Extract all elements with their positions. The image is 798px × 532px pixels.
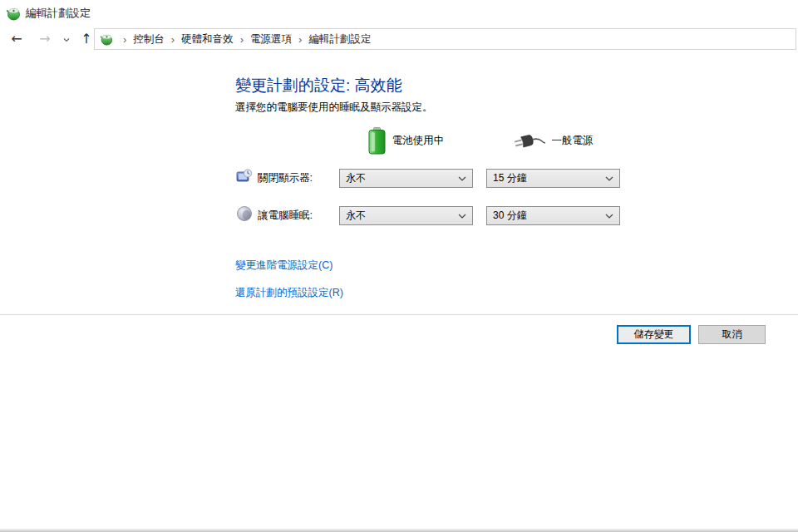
column-header-on-battery: 電池使用中 bbox=[339, 124, 473, 157]
breadcrumb-separator-icon: › bbox=[292, 33, 308, 46]
footer-divider bbox=[0, 314, 798, 315]
recent-pages-chevron-icon[interactable] bbox=[60, 33, 73, 47]
breadcrumb-item-power-options[interactable]: 電源選項 bbox=[250, 32, 292, 47]
sleep-on-battery-select[interactable]: 永不 bbox=[339, 206, 473, 225]
chevron-down-icon bbox=[458, 176, 466, 181]
selected-value: 永不 bbox=[346, 209, 366, 223]
navigation-bar: ← → ↑ › 控制台 › 硬體和音效 › 電源選項 › 編輯計劃設定 bbox=[0, 27, 798, 52]
cancel-button[interactable]: 取消 bbox=[698, 325, 766, 344]
display-on-battery-select[interactable]: 永不 bbox=[339, 169, 473, 188]
chevron-down-icon bbox=[458, 214, 466, 219]
power-plan-icon[interactable] bbox=[100, 32, 113, 46]
selected-value: 30 分鐘 bbox=[493, 209, 527, 223]
breadcrumb-item-edit-plan-settings[interactable]: 編輯計劃設定 bbox=[308, 32, 371, 47]
power-plug-icon bbox=[514, 131, 545, 150]
turn-off-display-label: 關閉顯示器: bbox=[258, 169, 313, 188]
column-header-label: 一般電源 bbox=[552, 134, 594, 148]
breadcrumb-item-control-panel[interactable]: 控制台 bbox=[133, 32, 165, 47]
breadcrumb-separator-icon: › bbox=[116, 33, 133, 46]
breadcrumb-separator-icon: › bbox=[234, 33, 250, 46]
change-advanced-power-settings-link[interactable]: 變更進階電源設定(C) bbox=[235, 259, 332, 273]
column-header-plugged-in: 一般電源 bbox=[486, 124, 620, 157]
power-plan-icon bbox=[6, 6, 21, 21]
display-icon bbox=[236, 168, 253, 185]
forward-button[interactable]: → bbox=[35, 29, 55, 49]
selected-value: 15 分鐘 bbox=[493, 171, 527, 185]
restore-default-settings-link[interactable]: 還原計劃的預設設定(R) bbox=[235, 286, 343, 300]
page-title: 變更計劃的設定: 高效能 bbox=[235, 75, 402, 96]
breadcrumb[interactable]: › 控制台 › 硬體和音效 › 電源選項 › 編輯計劃設定 bbox=[94, 28, 796, 50]
window-title: 編輯計劃設定 bbox=[26, 6, 91, 21]
page-subtitle: 選擇您的電腦要使用的睡眠及顯示器設定。 bbox=[235, 101, 433, 115]
title-bar: 編輯計劃設定 bbox=[0, 0, 798, 27]
save-changes-button[interactable]: 儲存變更 bbox=[617, 325, 691, 344]
chevron-down-icon bbox=[605, 214, 613, 219]
breadcrumb-separator-icon: › bbox=[165, 33, 181, 46]
back-button[interactable]: ← bbox=[7, 29, 27, 49]
breadcrumb-item-hardware-sound[interactable]: 硬體和音效 bbox=[181, 32, 234, 47]
sleep-label: 讓電腦睡眠: bbox=[258, 206, 313, 225]
display-plugged-in-select[interactable]: 15 分鐘 bbox=[486, 169, 620, 188]
chevron-down-icon bbox=[605, 176, 613, 181]
battery-icon bbox=[368, 127, 386, 155]
taskbar-edge bbox=[0, 529, 798, 532]
sleep-plugged-in-select[interactable]: 30 分鐘 bbox=[486, 206, 620, 225]
selected-value: 永不 bbox=[346, 171, 366, 185]
column-header-label: 電池使用中 bbox=[392, 134, 445, 148]
sleep-moon-icon bbox=[236, 205, 253, 222]
